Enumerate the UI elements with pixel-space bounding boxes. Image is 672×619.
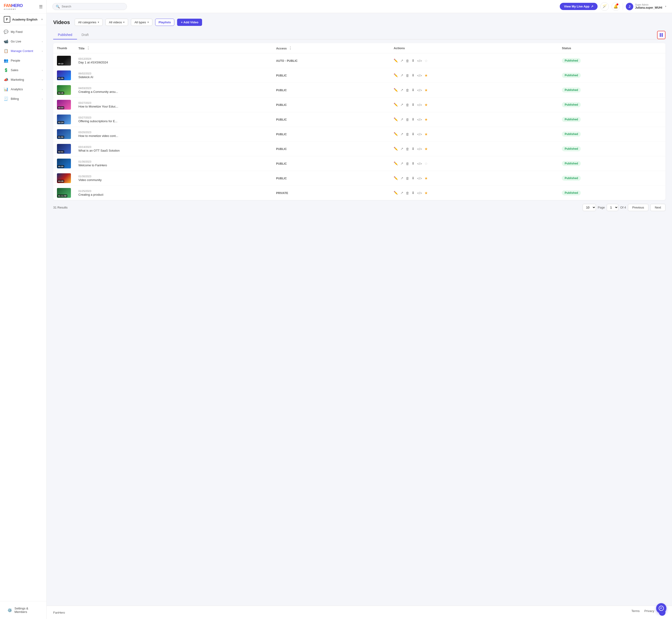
share-icon[interactable]: ↗ <box>401 117 404 122</box>
download-icon[interactable]: ⬇ <box>412 191 415 195</box>
academy-selector[interactable]: F Academy English ▾ <box>0 14 47 25</box>
download-icon[interactable]: ⬇ <box>412 59 415 63</box>
embed-icon[interactable]: </> <box>417 162 422 165</box>
edit-icon[interactable]: ✏️ <box>393 117 398 122</box>
sidebar-item-marketing[interactable]: 📣 Marketing › <box>0 75 47 84</box>
star-icon[interactable]: ★ <box>424 73 428 78</box>
share-icon[interactable]: ↗ <box>401 59 404 63</box>
delete-icon[interactable]: 🗑 <box>406 59 409 63</box>
delete-icon[interactable]: 🗑 <box>406 73 409 77</box>
page-select[interactable]: 1 2 3 4 <box>607 204 618 211</box>
download-icon[interactable]: ⬇ <box>412 147 415 151</box>
footer-privacy-link[interactable]: Privacy <box>644 609 654 616</box>
embed-icon[interactable]: </> <box>417 59 422 63</box>
sidebar-item-analytics[interactable]: 📊 Analytics › <box>0 84 47 94</box>
sidebar-item-settings[interactable]: ⚙️ Settings & Members <box>4 604 43 616</box>
previous-button[interactable]: Previous <box>628 204 649 211</box>
star-icon[interactable]: ★ <box>424 132 428 136</box>
embed-icon[interactable]: </> <box>417 132 422 136</box>
next-button[interactable]: Next <box>650 204 666 211</box>
embed-icon[interactable]: </> <box>417 176 422 180</box>
col-access: Access ⋮ <box>272 43 390 53</box>
my-feed-icon: 💬 <box>4 29 8 34</box>
sidebar-item-go-live[interactable]: 📹 Go Live › <box>0 37 47 46</box>
delete-icon[interactable]: 🗑 <box>406 147 409 151</box>
download-icon[interactable]: ⬇ <box>412 102 415 107</box>
embed-icon[interactable]: </> <box>417 191 422 195</box>
edit-icon[interactable]: ✏️ <box>393 161 398 165</box>
edit-icon[interactable]: ✏️ <box>393 73 398 77</box>
delete-icon[interactable]: 🗑 <box>406 103 409 107</box>
share-icon[interactable]: ↗ <box>401 132 404 136</box>
all-types-filter[interactable]: All types ▾ <box>131 19 152 26</box>
all-categories-filter[interactable]: All categories ▾ <box>75 19 103 26</box>
embed-icon[interactable]: </> <box>417 103 422 107</box>
delete-icon[interactable]: 🗑 <box>406 118 409 122</box>
search-input[interactable] <box>62 5 123 8</box>
edit-icon[interactable]: ✏️ <box>393 191 398 195</box>
embed-icon[interactable]: </> <box>417 88 422 92</box>
thumb-cell: 00:55 <box>53 156 75 171</box>
sidebar-item-manage-content[interactable]: 📋 Manage Content › <box>0 46 47 56</box>
user-menu[interactable]: J Super Admin Juliana.super_WUHI ▾ <box>626 3 666 10</box>
download-icon[interactable]: ⬇ <box>412 88 415 92</box>
download-icon[interactable]: ⬇ <box>412 117 415 122</box>
magic-button[interactable]: 🪄 <box>600 2 609 11</box>
download-icon[interactable]: ⬇ <box>412 132 415 136</box>
share-icon[interactable]: ↗ <box>401 73 404 77</box>
star-icon[interactable]: ☆ <box>424 59 428 63</box>
edit-icon[interactable]: ✏️ <box>393 147 398 151</box>
download-icon[interactable]: ⬇ <box>412 73 415 77</box>
star-icon[interactable]: ★ <box>424 88 428 92</box>
star-icon[interactable]: ★ <box>424 176 428 181</box>
tab-published[interactable]: Published <box>53 30 77 40</box>
delete-icon[interactable]: 🗑 <box>406 132 409 136</box>
delete-icon[interactable]: 🗑 <box>406 176 409 180</box>
download-icon[interactable]: ⬇ <box>412 161 415 165</box>
share-icon[interactable]: ↗ <box>401 88 404 92</box>
access-cell: PUBLIC <box>272 142 390 156</box>
edit-icon[interactable]: ✏️ <box>393 176 398 180</box>
star-icon[interactable]: ★ <box>424 102 428 107</box>
playlists-button[interactable]: Playlists <box>155 19 175 26</box>
share-icon[interactable]: ↗ <box>401 176 404 180</box>
share-icon[interactable]: ↗ <box>401 147 404 151</box>
star-icon[interactable]: ★ <box>424 117 428 122</box>
edit-icon[interactable]: ✏️ <box>393 88 398 92</box>
hamburger-icon[interactable]: ☰ <box>39 4 43 9</box>
sidebar-item-my-feed[interactable]: 💬 My Feed <box>0 27 47 37</box>
share-icon[interactable]: ↗ <box>401 102 404 107</box>
share-icon[interactable]: ↗ <box>401 161 404 165</box>
star-icon[interactable]: ★ <box>424 191 428 195</box>
footer-terms-link[interactable]: Terms <box>631 609 639 616</box>
embed-icon[interactable]: </> <box>417 73 422 77</box>
per-page-select[interactable]: 10 25 50 <box>583 204 596 211</box>
download-icon[interactable]: ⬇ <box>412 176 415 180</box>
sidebar-item-billing[interactable]: 🧾 Billing › <box>0 94 47 104</box>
notifications-button[interactable]: 🔔 <box>612 2 620 11</box>
edit-icon[interactable]: ✏️ <box>393 132 398 136</box>
view-live-button[interactable]: View My Live App ↗ <box>560 3 598 10</box>
delete-icon[interactable]: 🗑 <box>406 191 409 195</box>
star-icon[interactable]: ☆ <box>424 161 428 166</box>
video-title: How to Monetize Your Educ... <box>78 105 268 108</box>
embed-icon[interactable]: </> <box>417 147 422 151</box>
search-bar[interactable]: 🔍 <box>52 3 127 10</box>
chat-fab-button[interactable] <box>656 603 666 613</box>
edit-icon[interactable]: ✏️ <box>393 102 398 107</box>
grid-view-button[interactable] <box>657 31 666 39</box>
delete-icon[interactable]: 🗑 <box>406 88 409 92</box>
tab-draft[interactable]: Draft <box>77 30 93 40</box>
sidebar-item-sales[interactable]: 💲 Sales › <box>0 65 47 75</box>
embed-icon[interactable]: </> <box>417 118 422 122</box>
sidebar-item-people[interactable]: 👥 People <box>0 56 47 65</box>
add-video-button[interactable]: + Add Video <box>177 19 202 26</box>
title-col-menu-icon[interactable]: ⋮ <box>86 46 90 50</box>
star-icon[interactable]: ★ <box>424 147 428 151</box>
delete-icon[interactable]: 🗑 <box>406 162 409 165</box>
share-icon[interactable]: ↗ <box>401 191 404 195</box>
all-videos-filter[interactable]: All videos ▾ <box>106 19 128 26</box>
access-col-menu-icon[interactable]: ⋮ <box>288 46 292 50</box>
sidebar: FANHERO ACADEMY ☰ F Academy English ▾ 💬 … <box>0 0 47 619</box>
edit-icon[interactable]: ✏️ <box>393 59 398 63</box>
